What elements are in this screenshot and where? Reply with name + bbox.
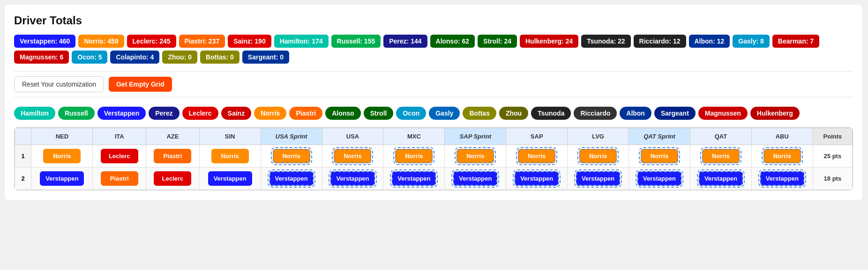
- grid-cell-driver-btn[interactable]: Norris: [211, 149, 249, 163]
- driver-badge[interactable]: Albon: 12: [689, 35, 730, 48]
- driver-pill[interactable]: Perez: [149, 107, 179, 120]
- grid-points-header: Points: [813, 128, 852, 145]
- driver-badge[interactable]: Hamilton: 174: [274, 35, 329, 48]
- driver-pill[interactable]: Hamilton: [14, 107, 55, 120]
- grid-cell[interactable]: Norris: [751, 145, 813, 168]
- grid-cell[interactable]: Verstappen: [506, 168, 568, 190]
- driver-badge[interactable]: Bottas: 0: [200, 51, 239, 64]
- grid-cell-driver-btn[interactable]: Verstappen: [453, 171, 497, 186]
- grid-cell[interactable]: Verstappen: [383, 168, 445, 190]
- grid-cell-driver-btn[interactable]: Norris: [702, 149, 740, 163]
- grid-cell-driver-btn[interactable]: Verstappen: [269, 171, 314, 186]
- grid-cell-driver-btn[interactable]: Verstappen: [637, 171, 681, 186]
- grid-cell[interactable]: Norris: [506, 145, 568, 168]
- driver-pill[interactable]: Zhou: [499, 107, 528, 120]
- driver-badge[interactable]: Norris: 459: [78, 35, 124, 48]
- driver-badge[interactable]: Leclerc: 245: [127, 35, 176, 48]
- driver-pill[interactable]: Piastri: [289, 107, 322, 120]
- grid-cell[interactable]: Norris: [31, 145, 93, 168]
- grid-col-header: MXC: [383, 128, 445, 145]
- grid-cell-driver-btn[interactable]: Verstappen: [330, 171, 374, 186]
- driver-pill[interactable]: Leclerc: [182, 107, 218, 120]
- grid-cell[interactable]: Piastri: [93, 168, 146, 190]
- driver-pill[interactable]: Hulkenberg: [750, 107, 800, 120]
- grid-cell-driver-btn[interactable]: Piastri: [101, 171, 138, 186]
- driver-badge[interactable]: Perez: 144: [383, 35, 427, 48]
- grid-cell-driver-btn[interactable]: Norris: [763, 149, 801, 163]
- driver-pill[interactable]: Sainz: [221, 107, 252, 120]
- grid-cell[interactable]: Verstappen: [751, 168, 813, 190]
- grid-cell[interactable]: Leclerc: [146, 168, 200, 190]
- grid-cell-driver-btn[interactable]: Verstappen: [760, 171, 804, 186]
- driver-badge[interactable]: Gasly: 8: [733, 35, 769, 48]
- grid-cell-driver-btn[interactable]: Verstappen: [392, 171, 436, 186]
- grid-cell[interactable]: Verstappen: [568, 168, 629, 190]
- driver-pill[interactable]: Sargeant: [654, 107, 696, 120]
- grid-cell-driver-btn[interactable]: Leclerc: [101, 149, 138, 163]
- grid-cell[interactable]: Verstappen: [31, 168, 93, 190]
- driver-badge[interactable]: Stroll: 24: [478, 35, 517, 48]
- grid-cell-driver-btn[interactable]: Norris: [518, 149, 555, 163]
- driver-pill[interactable]: Albon: [620, 107, 651, 120]
- grid-cell[interactable]: Norris: [383, 145, 445, 168]
- grid-cell-driver-btn[interactable]: Norris: [43, 149, 81, 163]
- driver-pill[interactable]: Alonso: [325, 107, 360, 120]
- driver-pill[interactable]: Ricciardo: [574, 107, 617, 120]
- grid-cell-driver-btn[interactable]: Verstappen: [208, 171, 252, 186]
- grid-cell-driver-btn[interactable]: Norris: [456, 149, 494, 163]
- grid-cell-driver-btn[interactable]: Verstappen: [515, 171, 559, 186]
- driver-badge[interactable]: Piastri: 237: [179, 35, 225, 48]
- grid-cell[interactable]: Piastri: [146, 145, 200, 168]
- grid-cell[interactable]: Norris: [445, 145, 506, 168]
- driver-badge[interactable]: Verstappen: 460: [14, 35, 75, 48]
- driver-pill[interactable]: Gasly: [429, 107, 460, 120]
- grid-cell[interactable]: Verstappen: [322, 168, 383, 190]
- driver-badge[interactable]: Russell: 155: [331, 35, 381, 48]
- driver-badge[interactable]: Hulkenberg: 24: [520, 35, 578, 48]
- grid-cell-driver-btn[interactable]: Norris: [579, 149, 617, 163]
- grid-cell[interactable]: Verstappen: [261, 168, 322, 190]
- grid-cell-driver-btn[interactable]: Piastri: [154, 149, 191, 163]
- grid-cell[interactable]: Norris: [629, 145, 690, 168]
- grid-cell-driver-btn[interactable]: Verstappen: [699, 171, 743, 186]
- grid-cell-driver-btn[interactable]: Norris: [273, 149, 310, 163]
- driver-badge[interactable]: Ricciardo: 12: [634, 35, 686, 48]
- grid-cell-driver-btn[interactable]: Norris: [395, 149, 433, 163]
- driver-pill[interactable]: Stroll: [364, 107, 394, 120]
- grid-cell[interactable]: Norris: [322, 145, 383, 168]
- driver-pill[interactable]: Tsunoda: [531, 107, 571, 120]
- driver-pill[interactable]: Norris: [254, 107, 286, 120]
- driver-badge[interactable]: Alonso: 62: [430, 35, 475, 48]
- driver-badge[interactable]: Sargeant: 0: [242, 51, 289, 64]
- grid-cell[interactable]: Norris: [261, 145, 322, 168]
- driver-pill[interactable]: Magnussen: [698, 107, 748, 120]
- driver-badge[interactable]: Colapinto: 4: [110, 51, 159, 64]
- grid-cell[interactable]: Norris: [199, 145, 261, 168]
- grid-cell[interactable]: Verstappen: [690, 168, 751, 190]
- grid-cell[interactable]: Leclerc: [93, 145, 146, 168]
- grid-cell[interactable]: Verstappen: [629, 168, 690, 190]
- row-points: 18 pts: [813, 168, 852, 190]
- driver-badge[interactable]: Bearman: 7: [772, 35, 819, 48]
- reset-button[interactable]: Reset Your customization: [14, 76, 104, 92]
- grid-cell-driver-btn[interactable]: Leclerc: [154, 171, 191, 186]
- driver-pill[interactable]: Bottas: [463, 107, 496, 120]
- grid-cell-driver-btn[interactable]: Verstappen: [576, 171, 620, 186]
- driver-badge[interactable]: Zhou: 0: [162, 51, 197, 64]
- driver-badge[interactable]: Sainz: 190: [228, 35, 271, 48]
- driver-badge[interactable]: Ocon: 5: [72, 51, 107, 64]
- grid-cell-driver-btn[interactable]: Norris: [334, 149, 371, 163]
- grid-cell-driver-btn[interactable]: Norris: [641, 149, 678, 163]
- driver-pill[interactable]: Ocon: [396, 107, 426, 120]
- empty-grid-button[interactable]: Get Empty Grid: [109, 77, 172, 92]
- driver-pill[interactable]: Russell: [58, 107, 95, 120]
- grid-cell[interactable]: Norris: [568, 145, 629, 168]
- grid-col-header: NED: [31, 128, 93, 145]
- driver-pill[interactable]: Verstappen: [97, 107, 146, 120]
- grid-cell[interactable]: Verstappen: [445, 168, 506, 190]
- grid-cell[interactable]: Norris: [690, 145, 751, 168]
- driver-badge[interactable]: Magnussen: 6: [14, 51, 69, 64]
- driver-badge[interactable]: Tsunoda: 22: [581, 35, 630, 48]
- grid-cell[interactable]: Verstappen: [199, 168, 261, 190]
- grid-cell-driver-btn[interactable]: Verstappen: [40, 171, 84, 186]
